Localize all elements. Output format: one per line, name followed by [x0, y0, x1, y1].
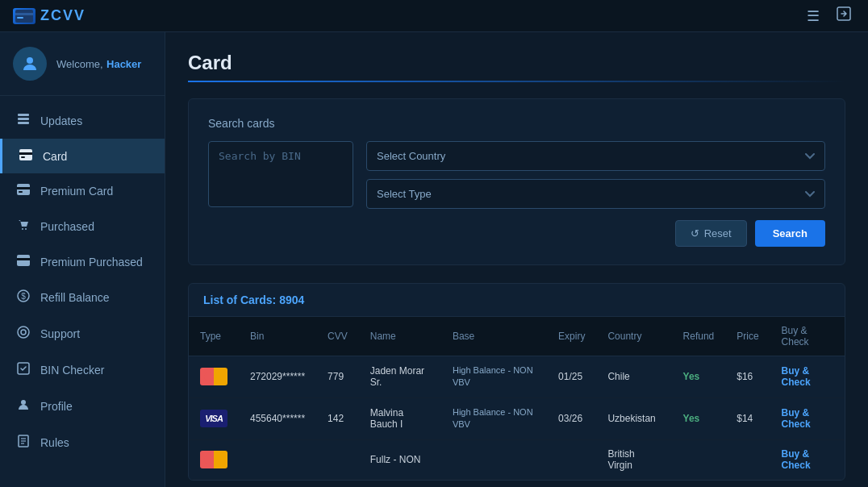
svg-rect-2	[17, 17, 23, 19]
sidebar-item-label: Profile	[40, 400, 73, 413]
sidebar-item-premium-purchased[interactable]: Premium Purchased	[0, 244, 165, 279]
sidebar-item-rules[interactable]: Rules	[0, 424, 165, 460]
login-button[interactable]	[833, 2, 855, 29]
svg-point-14	[22, 228, 23, 230]
sidebar-item-profile[interactable]: Profile	[0, 388, 165, 424]
search-button[interactable]: Search	[755, 220, 825, 247]
topbar: ZCVV ☰	[0, 0, 868, 32]
sidebar-item-card[interactable]: Card	[0, 139, 165, 173]
page-title: Card	[188, 52, 845, 74]
cell-cvv: 779	[316, 356, 359, 398]
cell-buy-check: Buy & Check	[770, 398, 845, 439]
reset-label: Reset	[704, 227, 732, 239]
sidebar-item-label: Updates	[40, 114, 82, 127]
card-icon	[19, 149, 33, 163]
rules-icon	[16, 435, 31, 450]
support-icon	[16, 326, 31, 341]
cell-expiry: 03/26	[547, 398, 596, 439]
col-expiry: Expiry	[547, 317, 596, 356]
cell-price	[725, 439, 770, 479]
table-body: 272029****** 779 Jaden Morar Sr. High Ba…	[189, 356, 845, 480]
svg-point-15	[25, 228, 27, 230]
cell-country: British Virgin	[596, 439, 671, 479]
col-buy-check: Buy & Check	[770, 317, 845, 356]
cell-refund	[672, 439, 726, 479]
cards-table: Type Bin CVV Name Base Expiry Country Re…	[189, 317, 845, 480]
logo-text: ZCVV	[40, 7, 86, 24]
col-refund: Refund	[672, 317, 726, 356]
sidebar-item-refill-balance[interactable]: $ Refill Balance	[0, 279, 165, 315]
cell-refund: Yes	[672, 356, 726, 398]
svg-rect-10	[21, 156, 25, 158]
buy-check-button[interactable]: Buy & Check	[782, 365, 833, 388]
search-fields: Select Country Select Type	[208, 141, 825, 209]
cell-expiry: 01/25	[547, 356, 596, 398]
premium-card-icon	[16, 184, 31, 198]
table-row: VISA 455640****** 142 Malvina Bauch I Hi…	[189, 398, 845, 439]
sidebar-item-updates[interactable]: Updates	[0, 102, 165, 139]
cell-buy-check: Buy & Check	[770, 356, 845, 398]
reset-button[interactable]: ↺ Reset	[675, 220, 747, 247]
search-section: Search cards Select Country Select Type …	[188, 98, 845, 265]
svg-rect-12	[17, 187, 30, 189]
buy-check-button[interactable]: Buy & Check	[782, 407, 833, 430]
table-row: 272029****** 779 Jaden Morar Sr. High Ba…	[189, 356, 845, 398]
buy-check-button[interactable]: Buy & Check	[782, 448, 833, 471]
cell-name: Malvina Bauch I	[359, 398, 441, 439]
col-bin: Bin	[239, 317, 316, 356]
sidebar-item-premium-card[interactable]: Premium Card	[0, 173, 165, 208]
table-section: List of Cards: 8904 Type Bin CVV Name Ba…	[188, 283, 845, 481]
sidebar-item-label: BIN Checker	[40, 364, 104, 377]
topbar-left: ZCVV	[13, 7, 86, 24]
cell-type: VISA	[189, 398, 239, 439]
svg-rect-6	[18, 118, 29, 120]
svg-rect-1	[15, 13, 33, 15]
sidebar-item-bin-checker[interactable]: BIN Checker	[0, 352, 165, 388]
search-actions: ↺ Reset Search	[208, 220, 825, 247]
table-row: Fullz - NON British Virgin Buy & Check	[189, 439, 845, 479]
cell-base: High Balance - NON VBV	[441, 398, 547, 439]
svg-rect-0	[15, 10, 33, 23]
svg-rect-7	[18, 122, 29, 124]
svg-point-23	[21, 400, 26, 405]
sidebar-profile: Welcome, Hacker	[0, 32, 165, 96]
cell-bin: 272029******	[239, 356, 316, 398]
type-select[interactable]: Select Type	[366, 179, 825, 209]
country-select[interactable]: Select Country	[366, 141, 825, 171]
cell-country: Uzbekistan	[596, 398, 671, 439]
svg-rect-13	[19, 191, 23, 193]
visa-logo: VISA	[200, 410, 227, 427]
mastercard-logo	[200, 451, 227, 468]
sidebar: Welcome, Hacker Updates Card	[0, 32, 165, 487]
list-count: 8904	[279, 293, 304, 306]
search-selects: Select Country Select Type	[366, 141, 825, 209]
main-content: Card Search cards Select Country Select …	[165, 32, 868, 487]
welcome-label: Welcome, Hacker	[56, 56, 141, 71]
svg-rect-17	[17, 258, 30, 260]
sidebar-item-purchased[interactable]: Purchased	[0, 208, 165, 244]
logo-icon	[13, 8, 35, 24]
cell-name: Jaden Morar Sr.	[359, 356, 441, 398]
menu-icon: ☰	[807, 8, 820, 24]
col-country: Country	[596, 317, 671, 356]
topbar-logo: ZCVV	[13, 7, 86, 24]
avatar	[13, 47, 47, 81]
menu-button[interactable]: ☰	[803, 4, 823, 28]
col-cvv: CVV	[316, 317, 359, 356]
updates-icon	[16, 113, 31, 128]
search-bin-input[interactable]	[208, 141, 353, 207]
cell-price: $16	[725, 356, 770, 398]
profile-info: Welcome, Hacker	[56, 56, 141, 71]
username: Hacker	[106, 58, 141, 70]
sidebar-item-label: Rules	[40, 436, 69, 449]
col-name: Name	[359, 317, 441, 356]
sidebar-item-label: Premium Purchased	[40, 256, 143, 268]
search-label: Search	[773, 227, 807, 239]
sidebar-item-support[interactable]: Support	[0, 315, 165, 352]
search-section-title: Search cards	[208, 117, 825, 130]
topbar-right: ☰	[803, 2, 855, 29]
cell-country: Chile	[596, 356, 671, 398]
refill-icon: $	[16, 289, 31, 305]
svg-point-4	[27, 57, 33, 64]
svg-rect-5	[18, 114, 29, 116]
